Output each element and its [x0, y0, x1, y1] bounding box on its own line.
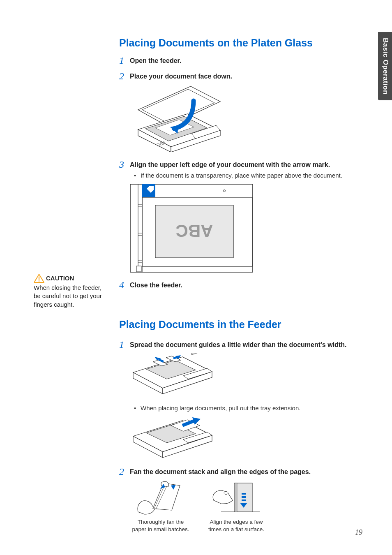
step-bullet: • If the document is a transparency, pla… [134, 172, 349, 179]
step-number: 1 [119, 340, 130, 349]
svg-rect-61 [242, 496, 246, 498]
step-title: Fan the document stack and align the edg… [130, 467, 311, 476]
step-title: Close the feeder. [130, 280, 182, 290]
step-number: 2 [119, 467, 130, 476]
step-row: 1 Open the feeder. [119, 56, 349, 65]
step-row: 4 Close the feeder. [119, 280, 349, 290]
caution-label: CAUTION [46, 274, 74, 282]
svg-rect-62 [242, 500, 246, 501]
section-title-platen: Placing Documents on the Platen Glass [119, 37, 349, 49]
fan-align-group: Thoroughly fan the paper in small batche… [130, 480, 349, 533]
step-row: 3 Align the upper left edge of your docu… [119, 160, 349, 169]
step-title: Place your document face down. [130, 71, 232, 81]
bullet-text: When placing large documents, pull out t… [141, 405, 300, 412]
feeder-extension-illustration [130, 416, 214, 459]
step-title: Open the feeder. [130, 56, 181, 65]
illustration-caption: Align the edges a few times on a flat su… [205, 518, 267, 533]
step-row: 1 Spread the document guides a little wi… [119, 340, 349, 349]
svg-text:ABC: ABC [176, 221, 213, 240]
feeder-guides-illustration [130, 353, 214, 397]
step-number: 3 [119, 160, 130, 169]
step-row: 2 Place your document face down. [119, 71, 349, 81]
step-bullet: • When placing large documents, pull out… [134, 405, 349, 412]
align-paper-illustration [210, 480, 262, 515]
platen-diagram-illustration: ABC [130, 184, 253, 273]
caution-text: When closing the feeder, be careful not … [34, 284, 103, 309]
step-row: 2 Fan the document stack and align the e… [119, 467, 349, 476]
step-number: 1 [119, 56, 130, 65]
section-title-feeder: Placing Documents in the Feeder [119, 319, 349, 331]
svg-rect-59 [236, 483, 237, 512]
svg-rect-21 [136, 266, 141, 272]
caution-icon [34, 274, 44, 283]
step-number: 4 [119, 280, 130, 290]
bullet-text: If the document is a transparency, place… [141, 172, 342, 179]
step-number: 2 [119, 71, 130, 81]
caution-callout: CAUTION When closing the feeder, be care… [34, 274, 103, 309]
svg-point-1 [39, 280, 40, 282]
svg-rect-58 [235, 483, 236, 512]
fan-paper-illustration [135, 480, 187, 515]
svg-rect-60 [242, 493, 246, 495]
illustration-caption: Thoroughly fan the paper in small batche… [130, 518, 191, 533]
svg-rect-41 [191, 353, 200, 355]
section-tab: Basic Operation [378, 32, 392, 100]
scanner-open-illustration: ABC [130, 84, 224, 152]
step-title: Spread the document guides a little wide… [130, 340, 346, 349]
svg-point-56 [224, 492, 228, 495]
page-number: 19 [355, 528, 362, 537]
step-title: Align the upper left edge of your docume… [130, 160, 330, 169]
